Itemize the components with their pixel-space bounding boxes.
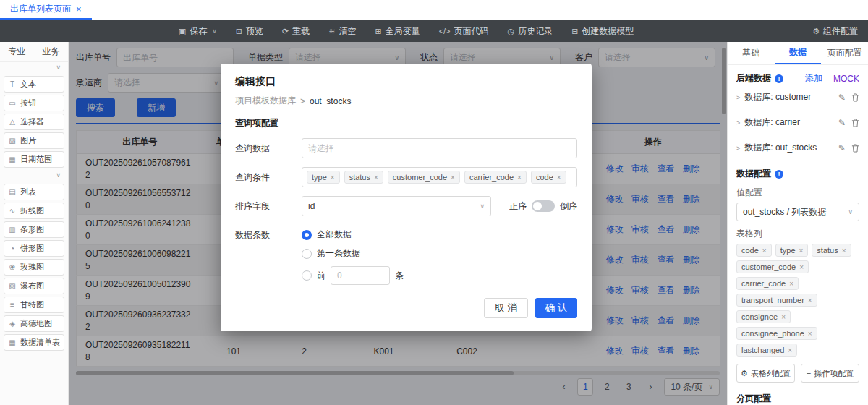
breadcrumb-separator-icon: > bbox=[300, 96, 305, 106]
tab-pro-components[interactable]: 专业 bbox=[0, 46, 34, 58]
component-item-image[interactable]: ▨ 图片 bbox=[4, 132, 64, 149]
preview-button[interactable]: ⊡ 预览 bbox=[236, 25, 263, 38]
chevron-right-icon[interactable]: > bbox=[736, 119, 740, 127]
create-data-model-button[interactable]: ⊟ 创建数据模型 bbox=[571, 25, 634, 38]
mock-link[interactable]: MOCK bbox=[833, 74, 859, 84]
component-config-button[interactable]: ⚙ 组件配置 bbox=[812, 25, 858, 38]
column-tag[interactable]: lastchanged × bbox=[736, 344, 797, 357]
column-tag[interactable]: status × bbox=[812, 244, 851, 257]
action-config-button[interactable]: ≡ 操作项配置 bbox=[801, 364, 859, 383]
map-icon: ◈ bbox=[8, 320, 17, 328]
condition-tag[interactable]: carrier_code × bbox=[464, 171, 527, 184]
condition-tag[interactable]: code × bbox=[531, 171, 566, 184]
condition-tag[interactable]: type × bbox=[307, 171, 340, 184]
close-icon[interactable]: × bbox=[451, 174, 455, 182]
close-icon[interactable]: × bbox=[799, 247, 804, 255]
tab-biz-components[interactable]: 业务 bbox=[34, 46, 68, 58]
radio-first-row[interactable]: 第一条数据 bbox=[302, 247, 577, 260]
column-tag[interactable]: carrier_code × bbox=[736, 277, 799, 290]
history-button[interactable]: ◷ 历史记录 bbox=[508, 25, 553, 38]
close-icon[interactable]: × bbox=[789, 280, 793, 288]
chevron-down-icon[interactable]: ∨ bbox=[212, 27, 217, 35]
close-icon[interactable]: × bbox=[331, 174, 335, 182]
radio-icon[interactable] bbox=[302, 270, 312, 281]
close-icon[interactable]: × bbox=[842, 247, 846, 255]
component-item-daterange[interactable]: ▦ 日期范围 bbox=[4, 151, 64, 168]
component-item-gantt-chart[interactable]: ≡ 甘特图 bbox=[4, 297, 64, 313]
preview-icon: ⊡ bbox=[236, 27, 242, 36]
component-item-picker[interactable]: △ 选择器 bbox=[4, 114, 64, 130]
reload-button[interactable]: ⟳ 重载 bbox=[282, 25, 310, 38]
query-condition-tags[interactable]: type × status × customer_code × carrier_… bbox=[302, 167, 577, 187]
row-count-label: 数据条数 bbox=[235, 225, 302, 285]
close-icon[interactable]: × bbox=[762, 247, 767, 255]
broom-icon: ≋ bbox=[328, 27, 335, 36]
trash-icon[interactable] bbox=[851, 93, 859, 102]
edit-icon[interactable]: ✎ bbox=[838, 118, 846, 128]
close-icon[interactable]: × bbox=[374, 174, 378, 182]
component-item-amap[interactable]: ◈ 高德地图 bbox=[4, 315, 64, 332]
value-source-select[interactable]: out_stocks / 列表数据 ∨ bbox=[736, 202, 859, 221]
confirm-button[interactable]: 确 认 bbox=[535, 298, 577, 318]
breadcrumb-root[interactable]: 项目模板数据库 bbox=[235, 95, 296, 107]
datasource-row[interactable]: > 数据库: carrier ✎ bbox=[728, 110, 868, 135]
component-item-bar-chart[interactable]: ▥ 条形图 bbox=[4, 221, 64, 238]
radio-icon[interactable] bbox=[302, 249, 312, 259]
close-icon[interactable]: × bbox=[808, 330, 812, 338]
tab-data[interactable]: 数据 bbox=[775, 42, 822, 64]
sort-field-select[interactable]: id ∨ bbox=[302, 196, 491, 216]
close-icon[interactable]: × bbox=[788, 346, 792, 354]
component-item-list[interactable]: ▤ 列表 bbox=[4, 184, 64, 200]
chevron-right-icon[interactable]: > bbox=[736, 145, 740, 152]
column-tag[interactable]: type × bbox=[775, 244, 809, 257]
radio-selected-icon[interactable] bbox=[302, 230, 312, 240]
radio-first-n-rows[interactable]: 前 0 条 bbox=[302, 266, 577, 285]
datasource-row[interactable]: > 数据库: out_stocks ✎ bbox=[728, 135, 868, 161]
dialog-title: 编辑接口 bbox=[235, 75, 577, 88]
sort-direction-toggle[interactable] bbox=[532, 200, 555, 212]
tab-outbound-list-page[interactable]: 出库单列表页面 × bbox=[0, 0, 92, 20]
column-tag[interactable]: customer_code × bbox=[736, 260, 809, 273]
save-button[interactable]: ▣ 保存 ∨ bbox=[179, 25, 217, 38]
column-config-button[interactable]: ⚙ 表格列配置 bbox=[736, 364, 795, 383]
close-icon[interactable]: × bbox=[76, 4, 82, 14]
close-icon[interactable]: × bbox=[781, 313, 786, 321]
close-icon[interactable]: × bbox=[808, 297, 812, 304]
component-item-data-table[interactable]: ▦ 数据清单表 ➤ bbox=[4, 334, 64, 351]
collapse-basic-group[interactable]: ∨ bbox=[0, 62, 68, 74]
column-tag[interactable]: consignee_phone × bbox=[736, 327, 817, 340]
clear-button[interactable]: ≋ 清空 bbox=[328, 25, 356, 38]
query-data-select[interactable]: 请选择 bbox=[302, 138, 577, 158]
global-variables-button[interactable]: ⊞ 全局变量 bbox=[375, 25, 420, 38]
column-tag[interactable]: code × bbox=[736, 244, 772, 257]
edit-icon[interactable]: ✎ bbox=[838, 93, 846, 103]
cancel-button[interactable]: 取 消 bbox=[484, 298, 527, 318]
radio-all-data[interactable]: 全部数据 bbox=[302, 229, 577, 241]
column-tag[interactable]: transport_number × bbox=[736, 294, 817, 307]
component-item-rose-chart[interactable]: ❀ 玫瑰图 bbox=[4, 259, 64, 276]
close-icon[interactable]: × bbox=[557, 174, 561, 182]
chevron-right-icon[interactable]: > bbox=[736, 94, 740, 101]
condition-tag[interactable]: customer_code × bbox=[388, 171, 460, 184]
component-config-label: 组件配置 bbox=[823, 25, 858, 38]
add-datasource-link[interactable]: 添加 bbox=[805, 72, 822, 85]
page-code-button[interactable]: </> 页面代码 bbox=[439, 25, 489, 38]
column-tag[interactable]: consignee × bbox=[736, 310, 791, 323]
row-count-input[interactable]: 0 bbox=[331, 266, 390, 285]
trash-icon[interactable] bbox=[851, 144, 859, 153]
component-item-button[interactable]: ▭ 按钮 bbox=[4, 95, 64, 111]
edit-icon[interactable]: ✎ bbox=[838, 143, 846, 153]
tab-basic[interactable]: 基础 bbox=[728, 42, 775, 64]
close-icon[interactable]: × bbox=[799, 263, 804, 271]
collapse-chart-group[interactable]: ∨ bbox=[0, 170, 68, 182]
condition-tag[interactable]: status × bbox=[344, 171, 383, 184]
gantt-chart-icon: ≡ bbox=[8, 301, 17, 309]
tab-page-config[interactable]: 页面配置 bbox=[821, 42, 868, 64]
datasource-row[interactable]: > 数据库: customer ✎ bbox=[728, 85, 868, 110]
component-item-pie-chart[interactable]: ◔ 饼形图 bbox=[4, 240, 64, 257]
component-item-text[interactable]: T 文本 bbox=[4, 76, 64, 93]
trash-icon[interactable] bbox=[851, 119, 859, 127]
component-item-line-chart[interactable]: ∿ 折线图 bbox=[4, 202, 64, 219]
component-item-waterfall-chart[interactable]: ▧ 瀑布图 bbox=[4, 278, 64, 294]
close-icon[interactable]: × bbox=[517, 174, 522, 182]
